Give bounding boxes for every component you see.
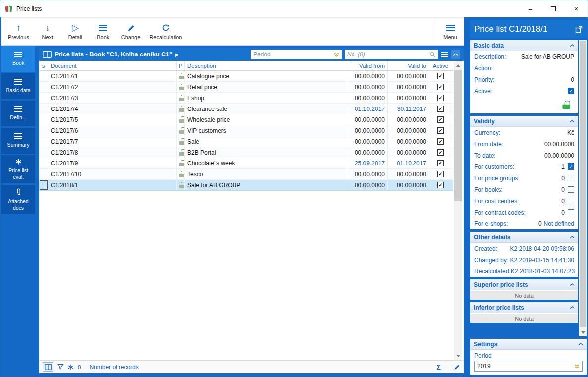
active-checkbox[interactable]: ✓ [437,149,444,156]
active-checkbox[interactable]: ✓ [437,95,444,101]
recalculation-button[interactable]: Recalculation [145,18,186,45]
table-row[interactable]: C1/2017/1 Catalogue price 00.00.0000 00.… [39,71,453,82]
sum-button[interactable]: Σ [437,363,441,371]
grid-menu-button[interactable] [441,52,448,57]
row-status-cell [39,125,48,136]
active-checkbox[interactable]: ✓ [437,171,444,177]
active-checkbox[interactable]: ✓ [437,138,444,145]
section-header-inferior[interactable]: Inferior price lists [470,302,578,313]
active-checkbox[interactable]: ✓ [437,127,444,134]
column-header-active[interactable]: Active [429,61,452,70]
sidebar-item-summary[interactable]: Summary [1,128,35,154]
active-checkbox[interactable]: ✓ [437,106,444,112]
search-icon [429,52,435,57]
scroll-down-arrow[interactable] [454,352,462,360]
section-header-superior[interactable]: Superior price lists [470,279,578,290]
minimize-button[interactable]: – [519,0,542,17]
field-checkbox[interactable] [568,209,574,215]
field-label: For books: [474,186,503,193]
detail-button[interactable]: ▷ Detail [61,18,89,45]
recalculation-label: Recalculation [149,34,182,40]
search-input[interactable] [347,51,428,58]
scrollbar-thumb[interactable] [580,41,586,327]
period-select[interactable] [474,361,583,372]
table-row[interactable]: C1/2017/7 Sale 00.00.0000 00.00.0000 ✓ [39,136,453,147]
window-title: Price lists [16,5,42,12]
row-lock-cell [177,136,185,147]
sidebar-item-book[interactable]: Book [1,46,35,72]
table-row[interactable]: C1/2017/3 Eshop 00.00.0000 00.00.0000 ✓ [39,93,453,104]
maximize-button[interactable] [542,0,565,17]
condition-button[interactable] [68,364,74,370]
period-value-input[interactable] [477,363,574,370]
field-checkbox[interactable]: ✓ [568,88,574,94]
period-combo[interactable] [251,50,342,59]
active-checkbox[interactable]: ✓ [437,182,444,188]
edit-button[interactable] [453,364,460,371]
field-checkbox[interactable] [568,186,574,193]
column-header-valid-to[interactable]: Valid to [388,61,429,70]
scroll-down-arrow[interactable] [579,328,587,336]
row-active-cell: ✓ [429,71,452,81]
sidebar-item-definition[interactable]: Defin... [1,101,35,126]
field-label: For customers: [474,163,514,170]
filter-button[interactable] [57,364,64,370]
number-search-box[interactable] [345,50,438,59]
table-row[interactable]: C1/2017/8 B2B Portal 00.00.0000 00.00.00… [39,147,453,158]
next-button[interactable]: ↓ Next [34,18,61,45]
book-button[interactable]: Book [89,18,117,45]
column-header-p[interactable]: P [177,61,185,70]
field-checkbox[interactable]: ✓ [568,163,574,170]
scroll-up-arrow[interactable] [454,61,462,69]
field-checkbox[interactable] [568,198,574,204]
expand-arrow-icon[interactable]: ▶ [175,52,179,57]
view-columns-button[interactable] [43,362,53,372]
table-row[interactable]: C1/2018/1 Sale for AB GROUP 00.00.0000 0… [39,180,453,191]
period-label: Period [474,352,583,359]
sidebar-item-price-list-eval[interactable]: Price list eval. [1,155,35,183]
active-checkbox[interactable]: ✓ [437,73,444,79]
section-header-validity[interactable]: Validity [470,116,578,127]
detail-panel-scrollbar[interactable] [579,40,587,336]
book-label: Book [97,34,109,40]
panel-field-row: For contract codes:0 [470,207,578,218]
hamburger-icon [441,52,448,57]
table-row[interactable]: C1/2017/4 Clearance sale 01.10.2017 30.1… [39,104,453,114]
previous-button[interactable]: ↑ Previous [3,18,34,45]
period-input[interactable] [253,51,332,58]
column-header-document[interactable]: Document [48,61,177,70]
change-button[interactable]: Change [117,18,145,45]
sidebar-item-attached-docs[interactable]: Attached docs [1,185,35,214]
panel-field-row: Active:✓ [470,85,578,97]
column-header-s[interactable]: s [39,61,48,70]
field-label: Description: [474,54,506,60]
column-header-description[interactable]: Description [185,61,348,70]
sidebar-item-basic-data[interactable]: Basic data [1,73,35,99]
external-link-icon[interactable] [575,26,583,33]
columns-icon [45,364,52,370]
table-row[interactable]: C1/2017/5 Wholesale price 00.00.0000 00.… [39,114,453,125]
active-checkbox[interactable]: ✓ [437,116,444,123]
scrollbar-thumb[interactable] [454,70,462,201]
table-scrollbar[interactable] [454,61,462,360]
section-header-other-details[interactable]: Other details [470,232,578,243]
section-header-settings[interactable]: Settings [470,339,587,350]
active-checkbox[interactable]: ✓ [437,160,444,166]
table-row[interactable]: C1/2017/10 Tesco 00.00.0000 00.00.0000 ✓ [39,169,453,180]
field-label: For contract codes: [474,209,526,216]
field-value: 0 [571,76,574,83]
close-button[interactable]: × [565,0,588,17]
table-row[interactable]: C1/2017/9 Chocolate´s week 25.09.2017 01… [39,158,453,169]
section-header-basic-data[interactable]: Basic data [470,40,578,51]
gold-double-chevron-icon[interactable] [574,364,580,369]
table-row[interactable]: C1/2017/6 VIP customers 00.00.0000 00.00… [39,125,453,136]
gold-double-chevron-icon[interactable] [334,52,339,57]
column-header-valid-from[interactable]: Valid from [348,61,388,70]
active-checkbox[interactable]: ✓ [437,84,444,90]
field-value: 0 [561,198,565,205]
collapse-header-button[interactable] [451,50,460,59]
row-document: C1/2017/8 [48,147,177,158]
table-row[interactable]: C1/2017/2 Retail price 00.00.0000 00.00.… [39,82,453,93]
field-checkbox[interactable] [568,175,574,181]
menu-button[interactable]: Menu [436,18,464,45]
